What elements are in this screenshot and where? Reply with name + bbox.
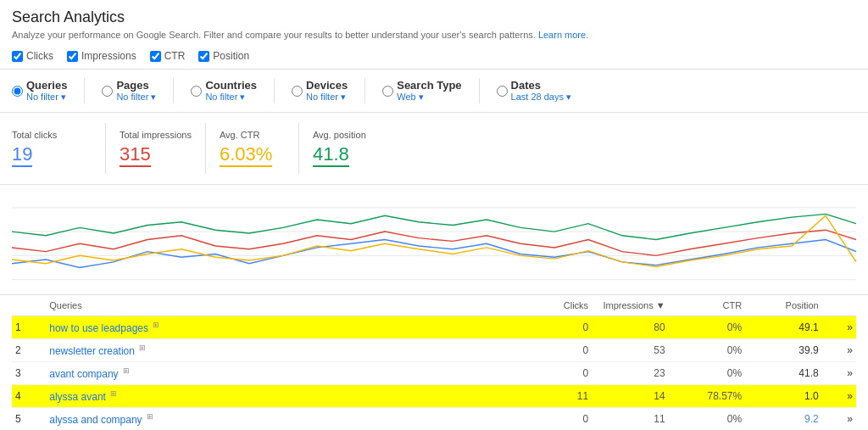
- row-ctr: 0%: [669, 362, 746, 385]
- external-link-icon: ⊞: [123, 366, 130, 375]
- table-row: 2 newsletter creation ⊞ 0 53 0% 39.9 »: [12, 339, 856, 362]
- row-clicks: 0: [515, 316, 593, 339]
- query-link[interactable]: how to use leadpages: [49, 322, 148, 334]
- row-number: 3: [12, 362, 46, 385]
- search-type-radio[interactable]: [382, 86, 393, 97]
- row-ctr: 78.57%: [669, 385, 746, 408]
- clicks-checkbox[interactable]: Clicks: [12, 50, 53, 62]
- chart-area: [0, 185, 868, 295]
- filter-pages: Pages No filter ▾: [102, 79, 173, 103]
- th-clicks: Clicks: [515, 295, 593, 316]
- row-clicks: 0: [515, 408, 593, 431]
- page-title: Search Analytics: [12, 8, 856, 26]
- row-chevron[interactable]: »: [822, 362, 856, 385]
- table-row: 5 alyssa and company ⊞ 0 11 0% 9.2 »: [12, 408, 856, 431]
- countries-radio[interactable]: [191, 86, 202, 97]
- row-position: 39.9: [745, 339, 822, 362]
- row-query: newsletter creation ⊞: [46, 339, 515, 362]
- row-number: 1: [12, 316, 46, 339]
- filters-bar: Queries No filter ▾ Pages No filter ▾ Co…: [0, 70, 868, 113]
- metric-clicks: Total clicks 19: [12, 123, 105, 174]
- row-impressions: 23: [592, 362, 669, 385]
- row-impressions: 14: [592, 385, 669, 408]
- row-number: 4: [12, 385, 46, 408]
- table-row: 1 how to use leadpages ⊞ 0 80 0% 49.1 »: [12, 316, 856, 339]
- th-impressions[interactable]: Impressions ▼: [592, 295, 669, 316]
- row-position: 1.0: [745, 385, 822, 408]
- external-link-icon: ⊞: [153, 321, 159, 329]
- th-chevron: [822, 295, 856, 316]
- row-clicks: 0: [515, 339, 593, 362]
- metric-ctr: Avg. CTR 6.03%: [205, 123, 298, 174]
- row-query: alyssa avant ⊞: [46, 385, 515, 408]
- row-query: avant company ⊞: [46, 362, 515, 385]
- query-link[interactable]: avant company: [49, 368, 118, 380]
- filter-countries: Countries No filter ▾: [191, 79, 274, 103]
- external-link-icon: ⊞: [110, 389, 117, 398]
- dates-radio[interactable]: [497, 86, 508, 97]
- row-number: 2: [12, 339, 46, 362]
- learn-more-link[interactable]: Learn more.: [538, 30, 588, 40]
- pages-radio[interactable]: [102, 86, 113, 97]
- th-queries: Queries: [46, 295, 515, 316]
- row-ctr: 0%: [669, 408, 746, 431]
- row-chevron[interactable]: »: [822, 385, 856, 408]
- row-clicks: 0: [515, 362, 593, 385]
- row-number: 5: [12, 408, 46, 431]
- th-ctr: CTR: [669, 295, 746, 316]
- impressions-checkbox[interactable]: Impressions: [67, 50, 136, 62]
- page-description: Analyze your performance on Google Searc…: [12, 30, 856, 40]
- external-link-icon: ⊞: [147, 412, 153, 421]
- row-chevron[interactable]: »: [822, 316, 856, 339]
- line-chart: [12, 192, 856, 288]
- table-row: 3 avant company ⊞ 0 23 0% 41.8 »: [12, 362, 856, 385]
- filter-dates: Dates Last 28 days ▾: [497, 79, 588, 103]
- queries-radio[interactable]: [12, 86, 23, 97]
- checkboxes-bar: Clicks Impressions CTR Position: [0, 43, 868, 70]
- row-impressions: 11: [592, 408, 669, 431]
- position-checkbox[interactable]: Position: [198, 50, 249, 62]
- table-row: 4 alyssa avant ⊞ 11 14 78.57% 1.0 »: [12, 385, 856, 408]
- ctr-checkbox[interactable]: CTR: [150, 50, 186, 62]
- row-impressions: 80: [592, 316, 669, 339]
- header: Search Analytics Analyze your performanc…: [0, 0, 868, 43]
- metric-impressions: Total impressions 315: [105, 123, 205, 174]
- data-table: Queries Clicks Impressions ▼ CTR Positio…: [12, 295, 856, 430]
- filter-search-type: Search Type Web ▾: [382, 79, 478, 103]
- table-header-row: Queries Clicks Impressions ▼ CTR Positio…: [12, 295, 856, 316]
- external-link-icon: ⊞: [139, 343, 146, 352]
- row-impressions: 53: [592, 339, 669, 362]
- filter-devices: Devices No filter ▾: [292, 79, 364, 103]
- row-ctr: 0%: [669, 339, 746, 362]
- row-chevron[interactable]: »: [822, 408, 856, 431]
- row-position: 41.8: [745, 362, 822, 385]
- metrics-bar: Total clicks 19 Total impressions 315 Av…: [0, 113, 868, 185]
- row-query: how to use leadpages ⊞: [46, 316, 515, 339]
- row-position: 9.2: [745, 408, 822, 431]
- query-link[interactable]: alyssa and company: [49, 414, 142, 426]
- row-query: alyssa and company ⊞: [46, 408, 515, 431]
- row-ctr: 0%: [669, 316, 746, 339]
- devices-radio[interactable]: [292, 86, 303, 97]
- metric-position: Avg. position 41.8: [298, 123, 392, 174]
- th-rownum: [12, 295, 46, 316]
- th-position: Position: [745, 295, 822, 316]
- query-link[interactable]: alyssa avant: [49, 391, 106, 403]
- query-link[interactable]: newsletter creation: [49, 345, 135, 357]
- row-chevron[interactable]: »: [822, 339, 856, 362]
- table-area: Queries Clicks Impressions ▼ CTR Positio…: [0, 295, 868, 430]
- row-position: 49.1: [745, 316, 822, 339]
- row-clicks: 11: [515, 385, 593, 408]
- filter-queries: Queries No filter ▾: [12, 79, 84, 103]
